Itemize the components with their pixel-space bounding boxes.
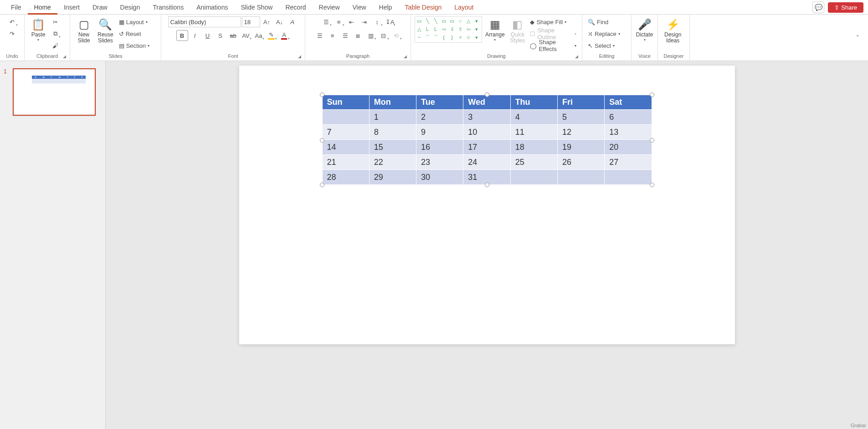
calendar-cell[interactable]: 11 — [510, 125, 557, 140]
cal-header[interactable]: Tue — [416, 95, 463, 110]
slide[interactable]: Sun Mon Tue Wed Thu Fri Sat 123456789101… — [239, 66, 735, 344]
calendar-cell[interactable]: 20 — [605, 140, 652, 155]
calendar-cell[interactable]: 27 — [605, 155, 652, 170]
reuse-slides-button[interactable]: 🔍 Reuse Slides — [95, 16, 116, 45]
resize-handle-s[interactable] — [485, 183, 489, 187]
calendar-cell[interactable]: 2 — [416, 110, 463, 125]
text-direction-button[interactable]: ↧A — [384, 16, 396, 27]
shape-effects-button[interactable]: ◯Shape Effects ▾ — [528, 40, 578, 51]
tab-help[interactable]: Help — [373, 0, 399, 15]
calendar-cell[interactable]: 7 — [322, 125, 369, 140]
calendar-cell[interactable]: 14 — [322, 140, 369, 155]
quick-styles-button[interactable]: ◧ Quick Styles — [508, 16, 527, 45]
dictate-button[interactable]: 🎤 Dictate ▾ — [635, 16, 654, 43]
tab-design[interactable]: Design — [114, 0, 147, 15]
cal-header[interactable]: Sat — [605, 95, 652, 110]
font-launcher[interactable]: ◢ — [298, 54, 301, 59]
resize-handle-n[interactable] — [485, 92, 489, 97]
slide-thumbnail-1[interactable]: SMTWTFS — [13, 68, 96, 116]
calendar-cell[interactable]: 13 — [605, 125, 652, 140]
tab-draw[interactable]: Draw — [86, 0, 114, 15]
calendar-cell[interactable]: 23 — [416, 155, 463, 170]
calendar-cell[interactable]: 18 — [510, 140, 557, 155]
cal-header[interactable]: Wed — [463, 95, 510, 110]
italic-button[interactable]: I — [189, 30, 201, 41]
align-left-button[interactable]: ☰ — [314, 30, 326, 41]
shadow-button[interactable]: S — [215, 30, 226, 41]
format-painter-button[interactable]: 🖌 — [49, 40, 61, 51]
calendar-cell[interactable]: 16 — [416, 140, 463, 155]
resize-handle-nw[interactable] — [320, 92, 324, 97]
cal-header[interactable]: Thu — [510, 95, 557, 110]
find-button[interactable]: 🔍Find — [586, 16, 610, 27]
calendar-cell[interactable] — [510, 170, 557, 185]
tab-file[interactable]: File — [5, 0, 28, 15]
tab-review[interactable]: Review — [313, 0, 346, 15]
new-slide-button[interactable]: ▢ New Slide — [74, 16, 94, 45]
tab-animations[interactable]: Animations — [190, 0, 234, 15]
calendar-cell[interactable]: 30 — [416, 170, 463, 185]
arrange-button[interactable]: ▦ Arrange ▾ — [483, 16, 507, 43]
calendar-cell[interactable] — [322, 110, 369, 125]
tab-record[interactable]: Record — [279, 0, 312, 15]
ribbon-collapse-button[interactable]: ˅ — [852, 32, 863, 43]
calendar-cell[interactable]: 26 — [557, 155, 604, 170]
calendar-table[interactable]: Sun Mon Tue Wed Thu Fri Sat 123456789101… — [322, 95, 652, 185]
calendar-cell[interactable]: 29 — [369, 170, 416, 185]
calendar-cell[interactable]: 5 — [557, 110, 604, 125]
slide-thumbnail-panel[interactable]: 1 SMTWTFS — [0, 61, 106, 429]
calendar-cell[interactable]: 22 — [369, 155, 416, 170]
calendar-cell[interactable] — [605, 170, 652, 185]
calendar-cell[interactable]: 17 — [463, 140, 510, 155]
cut-button[interactable]: ✂ — [49, 16, 61, 27]
cal-header[interactable]: Mon — [369, 95, 416, 110]
columns-button[interactable]: ▥ — [365, 30, 377, 41]
shape-fill-button[interactable]: ◆Shape Fill ▾ — [528, 16, 568, 27]
font-color-button[interactable]: A — [278, 30, 290, 41]
align-right-button[interactable]: ☰ — [339, 30, 351, 41]
tab-insert[interactable]: Insert — [57, 0, 86, 15]
calendar-cell[interactable]: 24 — [463, 155, 510, 170]
calendar-cell[interactable]: 1 — [369, 110, 416, 125]
tab-layout[interactable]: Layout — [448, 0, 480, 15]
numbering-button[interactable]: ≡ — [333, 16, 345, 27]
cal-header[interactable]: Sun — [322, 95, 369, 110]
font-size-input[interactable] — [242, 16, 260, 27]
character-spacing-button[interactable]: AV — [240, 30, 252, 41]
resize-handle-e[interactable] — [650, 138, 654, 143]
shape-outline-button[interactable]: ☐Shape Outline ▾ — [528, 28, 578, 39]
calendar-cell[interactable]: 9 — [416, 125, 463, 140]
paragraph-launcher[interactable]: ◢ — [404, 54, 407, 59]
align-text-button[interactable]: ⊟ — [378, 30, 390, 41]
replace-button[interactable]: ⤭Replace ▾ — [586, 28, 622, 39]
share-button[interactable]: ⇪ Share — [828, 2, 863, 13]
bold-button[interactable]: B — [176, 30, 188, 41]
tab-table-design[interactable]: Table Design — [398, 0, 448, 15]
tab-transitions[interactable]: Transitions — [146, 0, 190, 15]
calendar-cell[interactable]: 21 — [322, 155, 369, 170]
comments-button[interactable]: 💬 — [812, 1, 824, 13]
calendar-cell[interactable]: 10 — [463, 125, 510, 140]
resize-handle-sw[interactable] — [320, 183, 324, 187]
resize-handle-w[interactable] — [320, 138, 324, 143]
section-button[interactable]: ▤Section ▾ — [117, 40, 151, 51]
font-name-input[interactable] — [168, 16, 241, 27]
decrease-indent-button[interactable]: ⇤ — [346, 16, 358, 27]
justify-button[interactable]: ≣ — [352, 30, 364, 41]
table-selection[interactable]: Sun Mon Tue Wed Thu Fri Sat 123456789101… — [322, 95, 652, 185]
tab-view[interactable]: View — [346, 0, 373, 15]
bullets-button[interactable]: ☰ — [320, 16, 332, 27]
line-spacing-button[interactable]: ↕ — [371, 16, 383, 27]
tab-home[interactable]: Home — [28, 0, 57, 15]
shapes-gallery[interactable]: ▭╲╲▭▭○△▾ △LL⇨⇩⇧⇦▾ ~⌒⌒{}✧☆▾ — [415, 16, 482, 43]
redo-button[interactable]: ↷ — [6, 28, 18, 39]
resize-handle-ne[interactable] — [650, 92, 654, 97]
drawing-launcher[interactable]: ◢ — [575, 54, 578, 59]
decrease-font-button[interactable]: A↓ — [274, 16, 286, 27]
strikethrough-button[interactable]: ab — [227, 30, 239, 41]
calendar-cell[interactable]: 28 — [322, 170, 369, 185]
tab-slideshow[interactable]: Slide Show — [234, 0, 279, 15]
design-ideas-button[interactable]: ⚡ Design Ideas — [662, 16, 684, 45]
underline-button[interactable]: U — [202, 30, 214, 41]
calendar-cell[interactable]: 3 — [463, 110, 510, 125]
